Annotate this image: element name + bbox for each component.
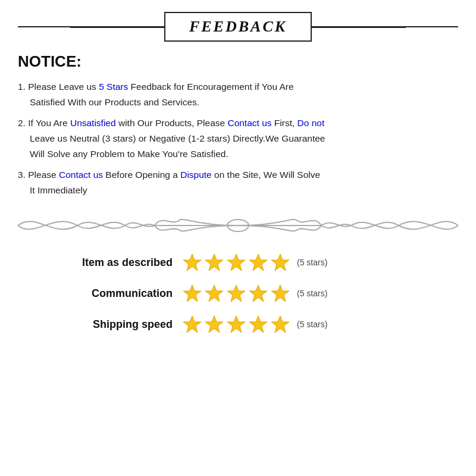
comm-star-4 (248, 283, 268, 303)
star-5 (270, 252, 290, 273)
svg-marker-14 (205, 316, 223, 333)
svg-marker-12 (271, 285, 289, 302)
item2-contact1: Contact us (227, 118, 271, 128)
svg-marker-15 (227, 316, 245, 333)
decorative-divider (18, 209, 458, 242)
item2-text3: First, (272, 118, 298, 128)
svg-marker-6 (249, 254, 267, 271)
star-1 (182, 252, 202, 273)
item2-text5: Will Solve any Problem to Make You're Sa… (18, 149, 228, 159)
svg-marker-3 (183, 254, 201, 271)
item1-text1: Please Leave us (28, 82, 99, 92)
star-2 (204, 252, 224, 273)
item3-text2: Before Opening a (103, 170, 180, 180)
rating-label-shipping: Shipping speed (30, 318, 173, 331)
item3-dispute: Dispute (180, 170, 212, 180)
comm-star-2 (204, 283, 224, 303)
svg-marker-5 (227, 254, 245, 271)
item3-text3: on the Site, We Will Solve (212, 170, 320, 180)
rating-row-item: Item as described (5 stars) (30, 252, 458, 273)
item3-text4: It Immediately (18, 185, 87, 195)
item2-text4: Leave us Neutral (3 stars) or Negative (… (18, 133, 325, 143)
svg-marker-11 (249, 285, 267, 302)
svg-marker-7 (271, 254, 289, 271)
svg-marker-9 (205, 285, 223, 302)
item1-5stars: 5 Stars (99, 82, 128, 92)
item3-text1: Please (28, 170, 59, 180)
ship-star-4 (248, 314, 268, 334)
item2-text2: with Our Products, Please (116, 118, 228, 128)
svg-marker-8 (183, 285, 201, 302)
stars-shipping: (5 stars) (182, 314, 327, 334)
notice-item-2: 2. If You Are Unsatisfied with Our Produ… (18, 115, 458, 162)
svg-marker-16 (249, 316, 267, 333)
svg-marker-10 (227, 285, 245, 302)
stars-count-communication: (5 stars) (297, 289, 327, 298)
ratings-section: Item as described (5 stars) Communicatio… (18, 252, 458, 334)
item-num-2: 2. (18, 118, 26, 128)
ship-star-5 (270, 314, 290, 334)
item-num-3: 3. (18, 170, 26, 180)
notice-content: 1. Please Leave us 5 Stars Feedback for … (18, 79, 458, 198)
stars-count-shipping: (5 stars) (297, 320, 327, 329)
comm-star-1 (182, 283, 202, 303)
item-num-1: 1. (18, 82, 26, 92)
svg-marker-4 (205, 254, 223, 271)
item1-text3: Satisfied With our Products and Services… (18, 97, 199, 107)
feedback-header: FEEDBACK (18, 12, 458, 42)
stars-count-item: (5 stars) (297, 258, 327, 267)
ship-star-1 (182, 314, 202, 334)
ship-star-3 (226, 314, 246, 334)
star-3 (226, 252, 246, 273)
rating-row-shipping: Shipping speed (5 stars) (30, 314, 458, 334)
item2-text1: If You Are (28, 118, 70, 128)
stars-communication: (5 stars) (182, 283, 327, 303)
item1-text2: Feedback for Encouragement if You Are (128, 82, 293, 92)
star-4 (248, 252, 268, 273)
rating-label-item: Item as described (30, 256, 173, 269)
svg-marker-17 (271, 316, 289, 333)
item3-contact: Contact us (59, 170, 103, 180)
comm-star-3 (226, 283, 246, 303)
page: FEEDBACK NOTICE: 1. Please Leave us 5 St… (0, 0, 476, 476)
item2-donot: Do not (298, 118, 325, 128)
divider-svg (18, 209, 458, 242)
svg-marker-13 (183, 316, 201, 333)
feedback-title: FEEDBACK (189, 18, 287, 35)
comm-star-5 (270, 283, 290, 303)
feedback-box: FEEDBACK (164, 12, 312, 42)
notice-title: NOTICE: (18, 52, 458, 71)
rating-row-communication: Communication (5 stars) (30, 283, 458, 303)
item2-unsatisfied: Unsatisfied (70, 118, 116, 128)
notice-item-3: 3. Please Contact us Before Opening a Di… (18, 167, 458, 199)
stars-item: (5 stars) (182, 252, 327, 273)
ship-star-2 (204, 314, 224, 334)
rating-label-communication: Communication (30, 287, 173, 300)
notice-item-1: 1. Please Leave us 5 Stars Feedback for … (18, 79, 458, 111)
